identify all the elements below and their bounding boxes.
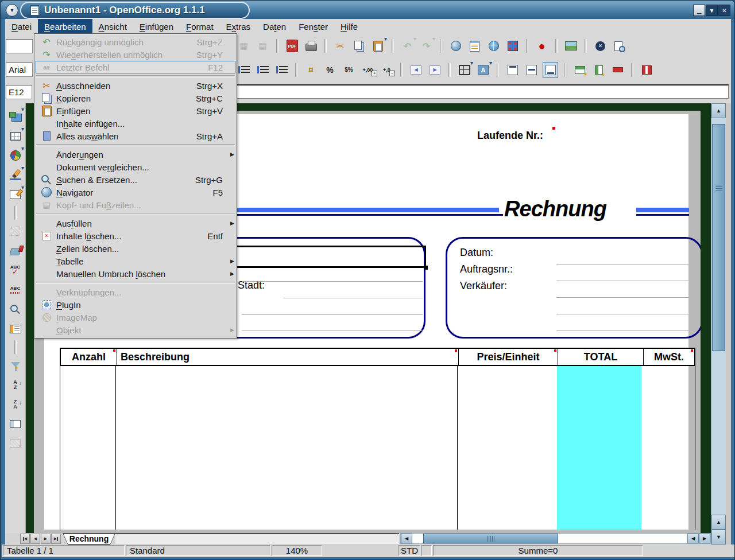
scroll-up-button[interactable]: ▲ [711, 103, 726, 118]
scroll-right-button[interactable]: ▶ [699, 534, 710, 543]
percent-icon[interactable]: % [322, 62, 338, 78]
menu-item-verkn-pfungen[interactable]: Verknüpfungen... [36, 286, 235, 298]
insert-row-icon[interactable] [572, 62, 587, 78]
autoformat-icon[interactable] [7, 243, 23, 259]
borders-icon[interactable] [457, 62, 472, 78]
align-top-icon[interactable] [505, 62, 520, 78]
cell-reference-box[interactable]: E12 [6, 85, 32, 99]
background-color-icon[interactable]: A [475, 62, 491, 78]
stop-icon[interactable]: ✕ [593, 38, 608, 54]
menu-daten[interactable]: Daten [257, 19, 292, 34]
align-justify-icon[interactable] [274, 62, 289, 78]
cut-icon[interactable]: ✂ [332, 38, 348, 54]
menu-item-kopieren[interactable]: KopierenStrg+C [36, 92, 235, 104]
status-zoom[interactable]: 140% [272, 545, 322, 556]
menu-hilfe[interactable]: Hilfe [334, 19, 364, 34]
sort-descending-icon[interactable]: ↓ [7, 396, 23, 413]
shade-button[interactable]: ▼ [706, 5, 718, 16]
spellcheck-icon[interactable] [7, 262, 23, 278]
insert-object-icon[interactable] [7, 147, 23, 164]
align-middle-icon[interactable] [524, 62, 539, 78]
header-preis-einheit[interactable]: Preis/Einheit [458, 349, 558, 365]
vertical-scrollbar[interactable]: ▲ ▲ ▼ [711, 103, 726, 545]
window-menu-button[interactable]: ▼ [6, 4, 18, 17]
navigator-icon[interactable] [448, 38, 463, 54]
paste-icon[interactable] [370, 38, 386, 54]
export-pdf-icon[interactable]: PDF [284, 38, 300, 54]
font-name-field[interactable]: Arial [6, 63, 33, 77]
draw-functions-icon[interactable] [7, 167, 23, 183]
record-macro-icon[interactable]: ● [534, 38, 550, 54]
increase-indent-icon[interactable]: ▶ [427, 62, 443, 78]
status-sheet-position[interactable]: Tabelle 1 / 1 [3, 545, 125, 556]
sheet-tab-rechnung[interactable]: Rechnung [63, 533, 115, 545]
delete-column-icon[interactable] [639, 62, 655, 78]
stylist-icon[interactable] [467, 38, 482, 54]
insert-column-icon[interactable] [591, 62, 606, 78]
page-preview-icon[interactable] [612, 38, 627, 54]
menu-einf-gen[interactable]: Einfügen [133, 19, 180, 34]
vertical-scroll-thumb[interactable] [712, 124, 725, 351]
status-sum[interactable]: Summe=0 [433, 545, 643, 556]
menu-fenster[interactable]: Fenster [292, 19, 334, 34]
header-total[interactable]: TOTAL [558, 349, 643, 365]
scroll-left-button[interactable]: ◀ [401, 534, 412, 543]
currency-icon[interactable]: ¤ [303, 62, 319, 78]
url-field[interactable] [6, 39, 33, 53]
scroll-down-button[interactable]: ▼ [711, 530, 726, 545]
menu-item-manuellen-umbruch-l-schen[interactable]: Manuellen Umbruch löschen▶ [36, 267, 235, 280]
menu-bearbeiten[interactable]: Bearbeiten [38, 19, 92, 34]
status-insert-mode[interactable]: STD [399, 545, 420, 556]
menu-item-imagemap[interactable]: ImageMap [36, 311, 235, 324]
last-sheet-button[interactable]: ▶ [51, 534, 61, 544]
menu-item-ausf-llen[interactable]: Ausfüllen▶ [36, 217, 235, 230]
insert-cells-icon[interactable] [7, 128, 23, 144]
menu-item-objekt[interactable]: Objekt▶ [36, 324, 235, 336]
menu-item-tabelle[interactable]: Tabelle▶ [36, 255, 235, 267]
auto-spellcheck-icon[interactable] [7, 282, 23, 298]
scroll-up-button-2[interactable]: ▲ [711, 515, 726, 530]
menu-item-letzter-befehl[interactable]: aaLetzter BefehlF12 [36, 61, 235, 73]
close-button[interactable]: ✕ [718, 5, 730, 16]
menu-item-dokument-vergleichen[interactable]: Dokument vergleichen... [36, 161, 235, 173]
hyperlink-icon[interactable] [486, 38, 501, 54]
next-sheet-button[interactable]: ▶ [41, 534, 51, 544]
insert-icon[interactable] [7, 108, 23, 125]
menu-item-wiederherstellen-unm-glich[interactable]: ↷Wiederherstellen unmöglichStrg+Y [36, 48, 235, 61]
copy-icon[interactable] [351, 38, 367, 54]
header-beschreibung[interactable]: Beschreibung [117, 349, 458, 365]
header-mwst[interactable]: MwSt. [643, 349, 694, 365]
form-functions-icon[interactable] [7, 186, 23, 203]
horizontal-scrollbar[interactable]: ◀ ◀ ▶ [400, 533, 711, 544]
prev-sheet-button[interactable]: ◀ [30, 534, 40, 544]
data-sources-icon[interactable] [7, 321, 23, 337]
add-decimal-icon[interactable]: +,00 [360, 62, 376, 78]
menu-item-kopf-und-fu-zeilen[interactable]: ▤Kopf- und Fußzeilen... [36, 199, 235, 211]
menu-item-alles-ausw-hlen[interactable]: Alles auswählenStrg+A [36, 130, 235, 142]
find-icon[interactable] [7, 301, 23, 317]
menu-item-navigator[interactable]: NavigatorF5 [36, 186, 235, 199]
total-column-fill[interactable] [557, 366, 641, 530]
menu-item-plugin[interactable]: PlugIn [36, 298, 235, 311]
decrease-indent-icon[interactable]: ◀ [408, 62, 424, 78]
zoom-icon[interactable] [505, 38, 520, 54]
gallery-icon[interactable] [563, 38, 579, 54]
align-bottom-icon[interactable] [543, 62, 558, 78]
menu-item-suchen-ersetzen[interactable]: Suchen & Ersetzen...Strg+G [36, 173, 235, 186]
menu-item-inhalte-einf-gen[interactable]: Inhalte einfügen... [36, 117, 235, 130]
menu-item-nderungen[interactable]: Änderungen▶ [36, 148, 235, 161]
status-page-style[interactable]: Standard [126, 545, 270, 556]
horizontal-scroll-thumb[interactable] [423, 534, 558, 543]
autofilter-icon[interactable] [7, 357, 23, 374]
header-anzahl[interactable]: Anzahl [61, 349, 117, 365]
menu-item-inhalte-l-schen[interactable]: ✕Inhalte löschen...Entf [36, 230, 235, 242]
align-center-icon[interactable] [236, 62, 252, 78]
menu-item-ausschneiden[interactable]: ✂AusschneidenStrg+X [36, 79, 235, 92]
scroll-left-button-2[interactable]: ◀ [687, 534, 699, 543]
menu-datei[interactable]: Datei [5, 19, 38, 34]
standard-format-icon[interactable]: $% [341, 62, 357, 78]
menu-format[interactable]: Format [180, 19, 220, 34]
menu-item-zellen-l-schen[interactable]: Zellen löschen... [36, 242, 235, 255]
sort-ascending-icon[interactable]: ↓ [7, 377, 23, 393]
remove-decimal-icon[interactable]: +,0 [379, 62, 394, 78]
